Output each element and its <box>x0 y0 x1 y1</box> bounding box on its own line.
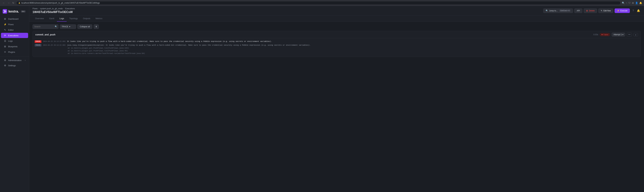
delete-button[interactable]: 🗑 Delete <box>584 8 597 13</box>
jump-to-label: Jump to... <box>549 9 558 12</box>
jump-shortcut: Ctrl/Cmd + K <box>559 9 571 12</box>
top-bar: Flows / system.push_to_git_creds / Execu… <box>29 6 644 15</box>
stack-line-2: at io.kestra.plugin.git.PushFlows.run(Pu… <box>68 49 639 52</box>
log-line: ERROR 2024-04-25 20:13:22.603 It looks l… <box>33 40 640 43</box>
sidebar-item-editor[interactable]: ✎ Editor <box>1 27 28 32</box>
lock-icon: 🔒 <box>18 2 20 4</box>
tab-logs[interactable]: Logs <box>57 15 67 22</box>
log-timestamp: 2024-04-25 20:13:22.603 <box>43 40 66 43</box>
sidebar-item-blueprints[interactable]: ⊞ Blueprints <box>1 44 28 49</box>
tab-overview[interactable]: Overview <box>32 15 46 22</box>
trash-icon: 🗑 <box>586 9 588 12</box>
sidebar-item-dashboard[interactable]: ⊞ Dashboard <box>1 16 28 21</box>
editor-icon: ✎ <box>4 29 6 31</box>
logo-text: kestra. <box>8 9 19 13</box>
user-icon[interactable]: 👤 <box>635 2 638 4</box>
log-lines: ERROR 2024-04-25 20:13:22.603 It looks l… <box>33 38 640 57</box>
task-more-button[interactable]: ••• <box>627 33 632 36</box>
header-left: Flows / system.push_to_git_creds / Execu… <box>32 7 75 14</box>
address-bar[interactable]: 🔒 localhost:8080/ui/executions/system/pu… <box>16 1 620 5</box>
search-wrap: 🔍 <box>32 24 58 29</box>
shield-icon: 🛡 <box>628 2 631 4</box>
sidebar-item-label: Executions <box>8 34 18 37</box>
trace-level-select[interactable]: TRACE ▾ <box>60 24 76 29</box>
plugins-icon: ✳ <box>4 51 6 53</box>
sidebar-item-label: Dashboard <box>8 18 18 20</box>
back-button[interactable]: ← <box>2 1 6 4</box>
breadcrumb: Flows / system.push_to_git_creds / Execu… <box>32 7 75 10</box>
notifications-icon[interactable]: 🔔 <box>639 2 642 4</box>
refresh-button[interactable]: ↻ <box>12 1 15 4</box>
sidebar-item-label: Blueprints <box>8 45 18 48</box>
sidebar-item-label: Logs <box>8 40 13 42</box>
search-input[interactable] <box>32 24 58 29</box>
edit-icon: ✎ <box>601 9 602 12</box>
status-badge: Failed <box>600 33 610 36</box>
log-stack: at io.kestra.plugin.git.PushFlows.run(Pu… <box>67 47 639 55</box>
edit-label: Edit flow <box>603 9 611 12</box>
log-timestamp: 2024-04-25 20:13:22.603 <box>43 44 66 46</box>
sidebar-item-label: Flows <box>8 23 14 26</box>
attempt-label: Attempt 1 <box>614 33 622 36</box>
collapse-all-button[interactable]: Collapse all <box>77 24 92 29</box>
sidebar-item-administration[interactable]: ⚙ Administration › <box>1 58 28 63</box>
breadcrumb-flows[interactable]: Flows <box>32 7 38 10</box>
api-label: API <box>577 9 580 12</box>
sidebar-item-executions[interactable]: ⟳ Executions <box>1 33 28 38</box>
settings-icon: ⚙ <box>4 64 6 67</box>
tabs-bar: Overview Gantt Logs Topology Outputs Met… <box>29 15 644 22</box>
sidebar-item-plugins[interactable]: ✳ Plugins <box>1 49 28 55</box>
tab-gantt[interactable]: Gantt <box>46 15 57 22</box>
sidebar-item-settings[interactable]: ⚙ Settings <box>1 63 28 68</box>
delete-label: Delete <box>589 9 595 12</box>
search-icon[interactable]: 🔍 <box>622 2 625 4</box>
task-expand-button[interactable]: ▲ <box>634 33 638 36</box>
breadcrumb-executions[interactable]: Executions <box>65 7 75 10</box>
task-block: commit_and_push 0.03s Failed Attempt 1 ▾… <box>32 31 641 57</box>
chevron-down-icon: ▾ <box>69 25 70 28</box>
download-button[interactable]: ⬇ <box>94 24 99 29</box>
trace-badge: TRACE <box>34 44 42 47</box>
sidebar-bottom: ⚙ Administration › ⚙ Settings <box>0 56 29 68</box>
flows-icon: ⚡ <box>4 23 6 26</box>
bell-icon[interactable]: 🔔 <box>636 8 641 13</box>
search-icon-inside: 🔍 <box>55 25 57 28</box>
api-button[interactable]: API <box>574 8 582 13</box>
breadcrumb-sep-1: / <box>38 7 39 10</box>
logo: kestra. dev <box>0 8 29 16</box>
share-icon[interactable]: ↑ <box>626 2 627 4</box>
log-toolbar: 🔍 TRACE ▾ Collapse all ⬇ <box>32 24 641 29</box>
help-icon[interactable]: ? <box>632 8 634 13</box>
task-header-right: 0.03s Failed Attempt 1 ▾ ••• ▲ <box>594 33 638 36</box>
chevron-right-icon: › <box>25 59 26 61</box>
forward-button[interactable]: → <box>7 1 10 4</box>
page-title: 1W4STuEV5iiwWFTixOECsW <box>32 10 75 14</box>
jump-to-button[interactable]: 🔍 Jump to... Ctrl/Cmd + K <box>543 8 573 13</box>
sidebar-item-flows[interactable]: ⚡ Flows <box>1 22 28 27</box>
browser-chrome: ← → ↻ 🔒 localhost:8080/ui/executions/sys… <box>0 0 644 6</box>
sidebar-item-logs[interactable]: ☰ Logs <box>1 38 28 43</box>
tab-topology[interactable]: Topology <box>67 15 80 22</box>
breadcrumb-flow-id[interactable]: system.push_to_git_creds <box>40 7 63 10</box>
tab-metrics[interactable]: Metrics <box>93 15 105 22</box>
breadcrumb-sep-2: / <box>64 7 64 10</box>
edit-flow-button[interactable]: ✎ Edit flow <box>598 8 613 13</box>
main-content: Flows / system.push_to_git_creds / Execu… <box>29 6 644 192</box>
top-bar-actions: 🔍 Jump to... Ctrl/Cmd + K API 🗑 Delete ✎… <box>543 8 641 13</box>
sidebar-item-label: Editor <box>8 29 14 31</box>
error-badge: ERROR <box>34 40 42 43</box>
attempt-select[interactable]: Attempt 1 ▾ <box>612 33 625 36</box>
sidebar-item-label: Administration <box>8 59 22 62</box>
status-dot <box>602 34 602 35</box>
execute-button[interactable]: ⚡ Execute <box>614 8 630 13</box>
task-duration: 0.03s <box>594 33 598 36</box>
status-label: Failed <box>603 34 608 35</box>
extensions-icon[interactable]: ⊞ <box>632 2 634 4</box>
log-area: 🔍 TRACE ▾ Collapse all ⬇ commit_and_push… <box>29 22 644 192</box>
task-header: commit_and_push 0.03s Failed Attempt 1 ▾… <box>33 31 640 38</box>
executions-icon: ⟳ <box>4 34 6 37</box>
url-text: localhost:8080/ui/executions/system/push… <box>21 2 100 4</box>
tab-outputs[interactable]: Outputs <box>80 15 93 22</box>
stack-line-3: at io.kestra.core.runners.WorkerTaskThre… <box>68 52 639 55</box>
log-message: It looks like you're trying to push a fl… <box>67 40 639 43</box>
